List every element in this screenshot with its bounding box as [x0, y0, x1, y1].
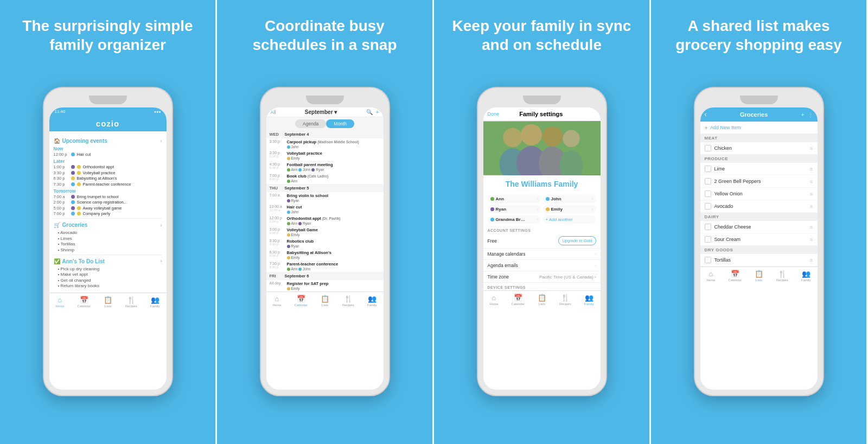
nav-recipes[interactable]: 🍴Recipes: [125, 296, 137, 308]
nav-calendar-4[interactable]: 📅Calendar: [729, 270, 742, 282]
nav-recipes-3[interactable]: 🍴Recipes: [559, 294, 571, 306]
member-emily[interactable]: Emily ›: [543, 205, 596, 213]
list-item-chicken[interactable]: Chicken ≡: [700, 142, 818, 155]
list-item-avocado[interactable]: Avocado ≡: [700, 200, 818, 213]
member-chevron-john: ›: [592, 197, 593, 201]
app-header-1: cozio: [49, 116, 167, 131]
event-violin: 7:00 a Bring violin to school Ryan: [266, 192, 384, 204]
status-icons: ●●●: [154, 110, 161, 113]
upgrade-gold-button[interactable]: Upgrade to Gold: [558, 236, 596, 245]
day-header-fri: FRI September 6: [266, 272, 384, 280]
more-icon[interactable]: ⋮: [808, 112, 813, 118]
tab-month[interactable]: Month: [326, 119, 354, 128]
nav-bar-1: ⌂Home 📅Calendar 📋Lists 🍴Recipes 👥Family: [49, 293, 167, 310]
done-button[interactable]: Done: [488, 111, 500, 117]
add-new-item-row[interactable]: + Add New Item: [700, 122, 818, 134]
drag-handle: ≡: [810, 204, 813, 210]
list-item-lime[interactable]: Lime ≡: [700, 163, 818, 175]
add-new-item-label: Add New Item: [710, 125, 741, 130]
event-dot: [77, 165, 81, 169]
nav-lists-3[interactable]: 📋Lists: [538, 294, 546, 306]
list-item-sour-cream[interactable]: Sour Cream ≡: [700, 233, 818, 246]
time-label-later: Later: [54, 158, 162, 164]
nav-lists-2[interactable]: 📋Lists: [321, 295, 329, 307]
category-produce: PRODUCE: [700, 155, 818, 163]
member-dot-john: [546, 197, 550, 201]
drag-handle: ≡: [810, 237, 813, 243]
category-dairy: DAIRY: [700, 213, 818, 221]
nav-family-2[interactable]: 👥Family: [367, 295, 377, 307]
account-section-label: ACCOUNT SETTINGS: [483, 226, 601, 233]
list-item-tortillas[interactable]: Tortillas ≡: [700, 254, 818, 267]
family-photo: [483, 121, 601, 175]
plus-icon[interactable]: +: [801, 112, 805, 118]
member-ryan[interactable]: Ryan ›: [488, 205, 541, 213]
event-orthodontist: 1:00 p Orthodontist appt: [54, 164, 162, 169]
svg-rect-9: [483, 122, 601, 175]
member-john[interactable]: John ›: [543, 195, 596, 203]
nav-calendar-3[interactable]: 📅Calendar: [512, 294, 525, 306]
list-item-green-bell-peppers[interactable]: 2 Green Bell Peppers ≡: [700, 175, 818, 188]
nav-home-3[interactable]: ⌂Home: [490, 294, 499, 306]
calendar-header-icons: 🔍 +: [366, 109, 379, 115]
checkbox-cheddar[interactable]: [705, 224, 711, 230]
event-volleyball-practice: 3:30 p5:00 p Volleyball practice Emily: [266, 150, 384, 161]
groceries-header[interactable]: 🛒 Groceries ›: [54, 222, 162, 228]
todo-chevron: ›: [161, 258, 162, 264]
upcoming-events-title: Upcoming events: [62, 138, 107, 144]
nav-family-3[interactable]: 👥Family: [584, 294, 594, 306]
nav-lists-4[interactable]: 📋Lists: [755, 270, 763, 282]
nav-home-2[interactable]: ⌂Home: [273, 295, 282, 307]
nav-recipes-4[interactable]: 🍴Recipes: [776, 270, 788, 282]
settings-timezone[interactable]: Time zone Pacific Time (US & Canada) ›: [483, 271, 601, 283]
checkbox-lime[interactable]: [705, 166, 711, 172]
day-header-wed: WED September 4: [266, 130, 384, 138]
checkbox-tortillas[interactable]: [705, 257, 711, 263]
event-dot: [71, 153, 75, 156]
checkbox-chicken[interactable]: [705, 145, 711, 151]
member-ann[interactable]: Ann ›: [488, 195, 541, 203]
nav-recipes-2[interactable]: 🍴Recipes: [342, 295, 354, 307]
nav-family-4[interactable]: 👥Family: [801, 270, 811, 282]
member-grandma[interactable]: Grandma Br… ›: [488, 215, 541, 224]
checkbox-yellow-onion[interactable]: [705, 191, 711, 197]
search-icon[interactable]: 🔍: [366, 109, 373, 115]
calendar-content: WED September 4 3:30 p Carpool pickup (M…: [266, 130, 384, 291]
nav-calendar-2[interactable]: 📅Calendar: [295, 295, 308, 307]
settings-agenda-emails[interactable]: Agenda emails ›: [483, 260, 601, 271]
person-dot: [287, 145, 290, 149]
settings-manage-calendars[interactable]: Manage calendars ›: [483, 249, 601, 260]
checkbox-bell-peppers[interactable]: [705, 178, 711, 185]
nav-bar-2: ⌂Home 📅Calendar 📋Lists 🍴Recipes 👥Family: [266, 291, 384, 309]
tab-agenda[interactable]: Agenda: [295, 119, 326, 128]
nav-calendar[interactable]: 📅Calendar: [78, 296, 91, 308]
event-dot: [71, 200, 75, 204]
event-volleyball-game: 5:00 p Away volleyball game: [54, 206, 162, 211]
todo-title: Ann's To Do List: [62, 258, 105, 264]
panel-3: Keep your family in sync and on schedule…: [434, 0, 651, 444]
list-item-yellow-onion[interactable]: Yellow Onion ≡: [700, 188, 818, 200]
back-button[interactable]: ‹: [705, 111, 707, 118]
category-meat: MEAT: [700, 134, 818, 142]
list-item-cheddar[interactable]: Cheddar Cheese ≡: [700, 221, 818, 233]
event-haircut-2: 10:00 a11:00 a Hair cut John: [266, 204, 384, 215]
groceries-screen-header: ‹ Groceries + ⋮: [700, 107, 818, 122]
phone-4: ‹ Groceries + ⋮ + Add New Item MEAT Chic…: [694, 87, 824, 396]
event-dot: [71, 176, 75, 180]
member-dot-emily: [546, 207, 550, 211]
todo-header[interactable]: ✅ Ann's To Do List ›: [54, 258, 162, 264]
upcoming-events-header[interactable]: 🏠 Upcoming events ›: [54, 138, 162, 144]
event-dot: [71, 182, 75, 186]
nav-family[interactable]: 👥Family: [150, 296, 160, 308]
nav-home[interactable]: ⌂Home: [56, 296, 65, 308]
add-icon[interactable]: +: [376, 109, 379, 115]
checkbox-avocado[interactable]: [705, 203, 711, 210]
person-dot: [287, 233, 290, 237]
add-another-button[interactable]: + Add another: [543, 215, 596, 224]
groceries-list: • Avocado • Limes • Tortillas • Shrimp: [54, 230, 162, 252]
event-science: 2:00 p Science camp registration...: [54, 200, 162, 205]
nav-home-4[interactable]: ⌂Home: [707, 270, 716, 282]
checkbox-sour-cream[interactable]: [705, 236, 711, 243]
family-settings-header: Done Family settings: [483, 107, 601, 121]
nav-lists[interactable]: 📋Lists: [104, 296, 112, 308]
